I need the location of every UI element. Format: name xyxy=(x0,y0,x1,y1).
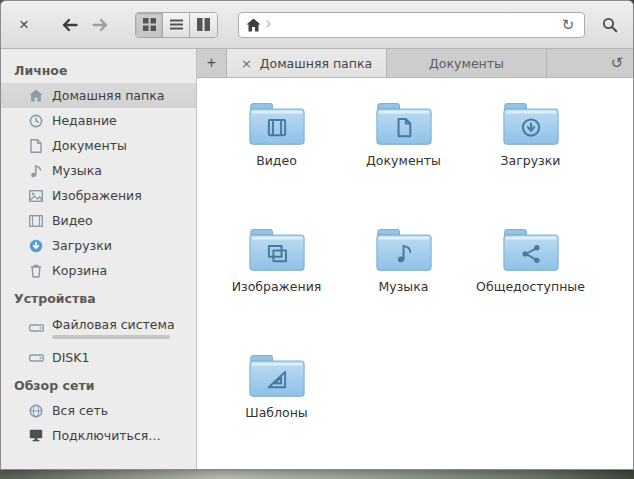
view-grid-button[interactable] xyxy=(136,13,163,37)
folder-icon-documents xyxy=(375,100,433,147)
folder-music[interactable]: Музыка xyxy=(340,216,467,342)
monitor-icon xyxy=(28,428,44,444)
sidebar-section-network: Обзор сети xyxy=(1,370,196,398)
folder-icon-shared xyxy=(502,226,560,273)
home-icon xyxy=(28,88,44,104)
tab-history-button[interactable]: ↺ xyxy=(601,49,633,77)
folder-label: Шаблоны xyxy=(245,406,307,420)
sidebar-item-downloads[interactable]: Загрузки xyxy=(1,233,196,258)
tab-label: Домашняя папка xyxy=(260,56,372,71)
folder-documents[interactable]: Документы xyxy=(340,90,467,216)
network-globe-icon xyxy=(28,403,44,419)
folder-icon-templates xyxy=(248,352,306,399)
right-pane: + × Домашняя папка Документы ↺ xyxy=(197,49,633,469)
sidebar-item-filesystem[interactable]: Файловая система xyxy=(1,311,196,345)
video-film-icon xyxy=(28,213,44,229)
sidebar-item-entire-network[interactable]: Вся сеть xyxy=(1,398,196,423)
sidebar-item-label: Документы xyxy=(52,138,127,153)
folder-templates[interactable]: Шаблоны xyxy=(213,342,340,468)
forward-button[interactable] xyxy=(87,12,113,38)
sidebar-item-label: Домашняя папка xyxy=(52,88,164,103)
sidebar-item-disk1[interactable]: DISK1 xyxy=(1,345,196,370)
sidebar-item-label: Файловая система xyxy=(52,317,175,332)
breadcrumb-chevron-icon: › xyxy=(265,15,272,34)
disk-icon xyxy=(28,350,44,366)
tabbar-empty-space xyxy=(547,49,601,77)
back-button[interactable] xyxy=(57,12,83,38)
sidebar-item-label: Изображения xyxy=(52,188,142,203)
sidebar: Личное Домашняя папка Недавние Документы xyxy=(1,49,197,469)
new-tab-button[interactable]: + xyxy=(197,49,227,77)
folder-videos[interactable]: Видео xyxy=(213,90,340,216)
view-list-button[interactable] xyxy=(163,13,190,37)
folder-icon-music xyxy=(375,226,433,273)
trash-icon xyxy=(28,263,44,279)
music-note-icon xyxy=(28,163,44,179)
folder-icon-downloads xyxy=(502,100,560,147)
close-icon: × xyxy=(19,16,29,33)
sidebar-section-personal: Личное xyxy=(1,55,196,83)
disk-usage-bar xyxy=(52,335,170,339)
harddisk-icon xyxy=(28,320,44,336)
sidebar-item-label: Корзина xyxy=(52,263,107,278)
folder-pictures[interactable]: Изображения xyxy=(213,216,340,342)
sidebar-item-home[interactable]: Домашняя папка xyxy=(1,83,196,108)
window-body: Личное Домашняя папка Недавние Документы xyxy=(1,49,633,469)
window-close-button[interactable]: × xyxy=(11,12,37,38)
plus-icon: + xyxy=(207,54,216,71)
grid-view-icon xyxy=(143,18,156,31)
tab-label: Документы xyxy=(429,56,504,71)
folder-downloads[interactable]: Загрузки xyxy=(467,90,594,216)
column-view-icon xyxy=(197,18,210,31)
sidebar-item-documents[interactable]: Документы xyxy=(1,133,196,158)
tab-bar: + × Домашняя папка Документы ↺ xyxy=(197,49,633,78)
folder-label: Документы xyxy=(366,154,441,168)
sidebar-item-label: Недавние xyxy=(52,113,117,128)
view-column-button[interactable] xyxy=(190,13,217,37)
sidebar-item-music[interactable]: Музыка xyxy=(1,158,196,183)
icon-grid: Видео Документы xyxy=(213,90,633,468)
sidebar-item-recent[interactable]: Недавние xyxy=(1,108,196,133)
download-circle-icon xyxy=(28,238,44,254)
sidebar-item-label: Загрузки xyxy=(52,238,112,253)
filesystem-text: Файловая система xyxy=(52,317,175,339)
sidebar-item-connect-server[interactable]: Подключиться… xyxy=(1,423,196,448)
list-view-icon xyxy=(170,18,183,31)
sidebar-section-devices: Устройства xyxy=(1,283,196,311)
view-switcher xyxy=(135,12,218,38)
home-breadcrumb-icon[interactable] xyxy=(245,17,261,33)
back-arrow-icon xyxy=(61,17,79,33)
history-icon: ↺ xyxy=(611,54,624,71)
folder-icon-video xyxy=(248,100,306,147)
refresh-icon: ↻ xyxy=(562,17,575,32)
tab-documents[interactable]: Документы xyxy=(387,49,547,77)
document-icon xyxy=(28,138,44,154)
search-button[interactable] xyxy=(597,12,623,38)
folder-label: Загрузки xyxy=(501,154,561,168)
sidebar-item-label: Видео xyxy=(52,213,93,228)
folder-label: Изображения xyxy=(232,280,322,294)
toolbar: × xyxy=(1,1,633,49)
sidebar-item-videos[interactable]: Видео xyxy=(1,208,196,233)
tab-close-icon[interactable]: × xyxy=(241,57,252,70)
refresh-button[interactable]: ↻ xyxy=(558,15,578,35)
folder-label: Музыка xyxy=(379,280,429,294)
folder-public[interactable]: Общедоступные xyxy=(467,216,594,342)
picture-icon xyxy=(28,188,44,204)
recent-clock-icon xyxy=(28,113,44,129)
search-icon xyxy=(602,17,618,33)
forward-arrow-icon xyxy=(91,17,109,33)
file-view[interactable]: Видео Документы xyxy=(197,78,633,469)
tab-home[interactable]: × Домашняя папка xyxy=(227,49,387,77)
folder-label: Общедоступные xyxy=(476,280,585,294)
sidebar-item-label: DISK1 xyxy=(52,350,89,365)
location-bar[interactable]: › ↻ xyxy=(238,12,585,38)
sidebar-item-label: Вся сеть xyxy=(52,403,108,418)
folder-icon-pictures xyxy=(248,226,306,273)
sidebar-item-trash[interactable]: Корзина xyxy=(1,258,196,283)
navigation-buttons xyxy=(57,12,113,38)
folder-label: Видео xyxy=(256,154,297,168)
sidebar-item-pictures[interactable]: Изображения xyxy=(1,183,196,208)
sidebar-item-label: Подключиться… xyxy=(52,428,161,443)
file-manager-window: × xyxy=(0,0,634,470)
